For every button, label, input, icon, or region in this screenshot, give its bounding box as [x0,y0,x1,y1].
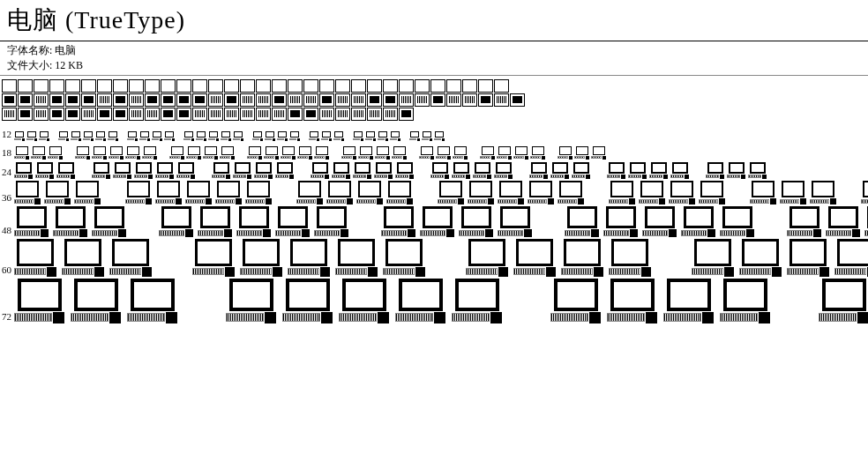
computer-glyph [669,181,695,204]
computer-glyph [226,279,276,323]
computer-glyph [183,125,194,141]
computer-glyph [125,181,152,204]
sample-row-60: 60 [0,239,868,277]
computer-glyph [419,143,434,160]
computer-glyph [220,143,235,160]
computer-glyph [247,143,262,160]
computer-glyph [44,181,71,204]
computer-glyph [663,279,714,323]
computer-glyph [169,143,184,160]
computer-glyph [422,125,432,141]
file-size-row: 文件大小: 12 KB [7,58,861,73]
computer-glyph [14,125,25,141]
charset-glyph-box [224,108,239,121]
computer-glyph [281,143,296,160]
computer-glyph [142,143,157,160]
charset-glyph-box [319,93,334,107]
charset-glyph-box [367,108,382,121]
size-label: 72 [0,311,14,322]
computer-glyph [358,143,373,160]
computer-glyph [834,239,868,277]
computer-glyph [739,239,782,277]
computer-glyph [155,161,174,179]
computer-glyph [289,125,300,141]
computer-glyph [436,143,451,160]
charset-glyph-box [510,93,525,107]
charset-glyph-box [256,79,271,93]
computer-glyph [252,125,263,141]
charset-glyph-box [224,93,239,107]
computer-glyph [498,181,524,204]
computer-glyph [550,161,569,179]
computer-glyph [75,143,90,160]
computer-glyph [787,239,829,277]
computer-glyph [264,143,279,160]
computer-glyph [452,279,502,323]
font-name-row: 字体名称: 电脑 [7,43,861,58]
computer-glyph [215,181,242,204]
computer-glyph [468,181,494,204]
computer-glyph [314,143,329,160]
sample-row-12: 12 [0,125,868,141]
computer-glyph [339,279,389,323]
computer-glyph [212,161,230,179]
sample-glyphs [14,125,446,141]
charset-glyph-box [399,79,414,93]
charset-glyph-box [129,93,144,107]
computer-glyph [127,125,138,141]
computer-glyph [62,239,104,277]
charset-glyph-box [65,108,80,121]
charset-glyph-box [161,79,176,93]
size-label: 18 [0,147,14,158]
charset-glyph-box [208,108,223,121]
computer-glyph [699,181,725,204]
charset-glyph-box [415,93,430,107]
sample-glyphs [14,161,769,179]
charset-glyph-box [65,93,80,107]
computer-glyph [628,161,647,179]
charset-glyph-box [145,79,160,93]
charset-row [2,93,868,107]
computer-glyph [420,206,454,237]
computer-glyph [681,206,715,237]
computer-glyph [780,181,806,204]
charset-row [2,79,868,93]
charset-glyph-box [97,79,112,93]
charset-glyph-box [240,79,255,93]
charset-glyph-box [256,93,271,107]
charset-glyph-box [462,93,477,107]
computer-glyph [609,181,635,204]
computer-glyph [26,125,37,141]
computer-glyph [374,161,393,179]
computer-glyph [48,143,63,160]
computer-glyph [192,239,235,277]
charset-glyph-box [34,93,49,107]
charset-glyph-box [303,108,318,121]
size-label: 12 [0,129,14,139]
computer-glyph [185,181,212,204]
computer-glyph [720,279,770,323]
computer-glyph [203,143,218,160]
computer-glyph [139,125,150,141]
charset-glyph-box [335,79,350,93]
charset-glyph-box [351,93,366,107]
computer-glyph [353,125,363,141]
charset-glyph-box [81,93,96,107]
computer-glyph [71,279,121,323]
charset-glyph-box [224,79,239,93]
computer-glyph [642,206,677,237]
charset-glyph-box [129,79,144,93]
charset-glyph-box [367,93,382,107]
computer-glyph [480,143,495,160]
computer-glyph [430,161,449,179]
charset-glyph-box [272,93,287,107]
computer-glyph [275,206,310,237]
computer-glyph [254,161,273,179]
size-label: 60 [0,264,14,275]
computer-glyph [341,143,356,160]
charset-glyph-box [2,79,17,93]
computer-glyph [692,239,734,277]
charset-glyph-box [319,79,334,93]
computer-glyph [14,279,64,323]
charset-glyph-box [49,93,64,107]
